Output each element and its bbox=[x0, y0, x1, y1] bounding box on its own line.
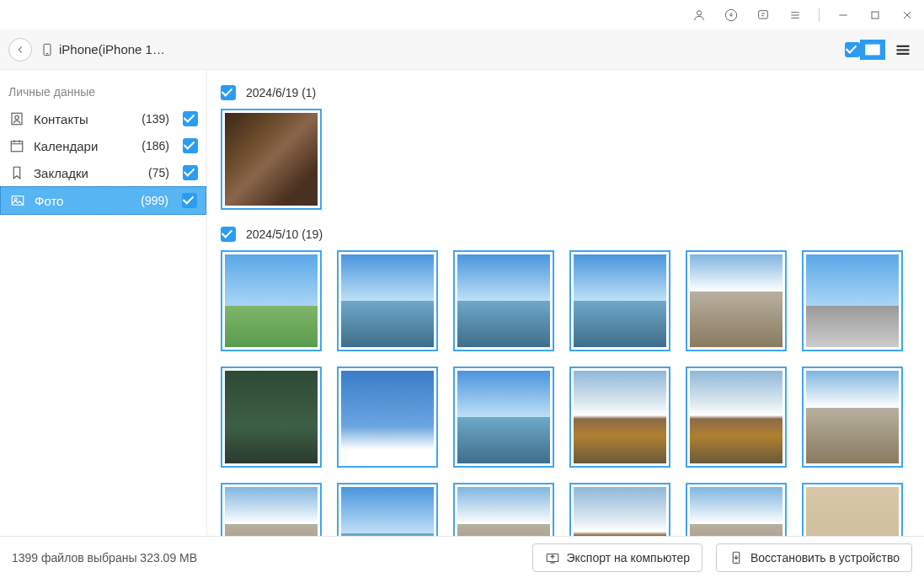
svg-point-11 bbox=[15, 115, 19, 120]
restore-label: Восстановить в устройство bbox=[750, 551, 900, 565]
sidebar-section-title: Личные данные bbox=[0, 78, 206, 105]
sidebar-item-check[interactable] bbox=[183, 138, 198, 153]
sidebar-item-photos[interactable]: Фото (999) bbox=[0, 186, 206, 215]
photo-thumb[interactable] bbox=[453, 483, 554, 536]
sidebar-item-count: (139) bbox=[142, 112, 169, 126]
back-button[interactable] bbox=[8, 38, 32, 62]
photo-thumb[interactable] bbox=[686, 367, 787, 468]
svg-rect-6 bbox=[867, 45, 879, 53]
sidebar-item-check[interactable] bbox=[183, 165, 198, 180]
calendar-icon bbox=[8, 137, 25, 154]
photo-grid: 2024/6/19 (1)2024/5/10 (19) bbox=[207, 70, 924, 536]
restore-button[interactable]: Восстановить в устройство bbox=[716, 543, 912, 572]
download-icon[interactable] bbox=[723, 7, 740, 24]
export-button[interactable]: Экспорт на компьютер bbox=[532, 543, 703, 572]
photo-thumb[interactable] bbox=[569, 367, 670, 468]
group-title: 2024/5/10 (19) bbox=[246, 227, 323, 241]
sidebar-item-check[interactable] bbox=[183, 111, 198, 126]
feedback-icon[interactable] bbox=[755, 7, 772, 24]
svg-rect-2 bbox=[759, 10, 768, 18]
svg-point-0 bbox=[697, 10, 701, 14]
sidebar-item-count: (186) bbox=[142, 139, 169, 153]
photo-thumb[interactable] bbox=[221, 250, 322, 351]
photo-thumb[interactable] bbox=[686, 250, 787, 351]
contacts-icon bbox=[8, 110, 25, 127]
user-icon[interactable] bbox=[691, 7, 708, 24]
sidebar-item-contacts[interactable]: Контакты (139) bbox=[0, 105, 206, 132]
photo-thumb[interactable] bbox=[802, 367, 903, 468]
photo-icon bbox=[9, 192, 26, 209]
svg-rect-10 bbox=[12, 113, 22, 125]
photo-thumb[interactable] bbox=[802, 250, 903, 351]
photo-thumb[interactable] bbox=[453, 367, 554, 468]
export-label: Экспорт на компьютер bbox=[567, 551, 691, 565]
svg-rect-9 bbox=[897, 52, 910, 54]
sidebar-item-count: (75) bbox=[148, 166, 169, 179]
photo-thumb[interactable] bbox=[802, 483, 903, 536]
export-icon bbox=[545, 550, 560, 565]
sidebar-item-count: (999) bbox=[141, 194, 168, 207]
bookmark-icon bbox=[8, 164, 25, 181]
group-title: 2024/6/19 (1) bbox=[246, 86, 316, 99]
photo-thumb[interactable] bbox=[686, 483, 787, 536]
group-check[interactable] bbox=[221, 85, 236, 100]
photo-thumb[interactable] bbox=[453, 250, 554, 351]
divider bbox=[819, 8, 820, 22]
device-name: iPhone(iPhone 15… bbox=[59, 42, 168, 56]
sidebar-item-label: Фото bbox=[35, 194, 132, 208]
maximize-button[interactable] bbox=[867, 7, 884, 24]
sidebar: Личные данные Контакты (139) Календари (… bbox=[0, 70, 207, 536]
sidebar-item-label: Контакты bbox=[34, 112, 133, 126]
photo-thumb[interactable] bbox=[221, 367, 322, 468]
device-select-check[interactable] bbox=[845, 42, 860, 57]
view-list-button[interactable] bbox=[890, 40, 916, 60]
photo-thumb[interactable] bbox=[569, 483, 670, 536]
sidebar-item-calendars[interactable]: Календари (186) bbox=[0, 132, 206, 159]
photo-thumb[interactable] bbox=[221, 109, 322, 210]
close-button[interactable] bbox=[899, 7, 916, 24]
restore-icon bbox=[729, 550, 744, 565]
phone-icon bbox=[40, 41, 54, 58]
status-text: 1399 файлов выбраны 323.09 MB bbox=[12, 551, 519, 565]
view-grid-button[interactable] bbox=[860, 40, 885, 60]
photo-thumb[interactable] bbox=[337, 367, 438, 468]
photo-thumb[interactable] bbox=[337, 250, 438, 351]
menu-icon[interactable] bbox=[787, 7, 804, 24]
photo-thumb[interactable] bbox=[221, 483, 322, 536]
svg-rect-8 bbox=[897, 49, 910, 51]
sidebar-item-label: Календари bbox=[34, 139, 133, 153]
svg-rect-3 bbox=[872, 12, 879, 19]
group-check[interactable] bbox=[221, 227, 236, 242]
photo-thumb[interactable] bbox=[337, 483, 438, 536]
photo-thumb[interactable] bbox=[569, 250, 670, 351]
svg-rect-12 bbox=[11, 142, 23, 152]
sidebar-item-label: Закладки bbox=[34, 166, 140, 180]
sidebar-item-check[interactable] bbox=[182, 193, 197, 208]
svg-rect-7 bbox=[897, 45, 910, 46]
sidebar-item-bookmarks[interactable]: Закладки (75) bbox=[0, 159, 206, 186]
minimize-button[interactable] bbox=[835, 7, 852, 24]
